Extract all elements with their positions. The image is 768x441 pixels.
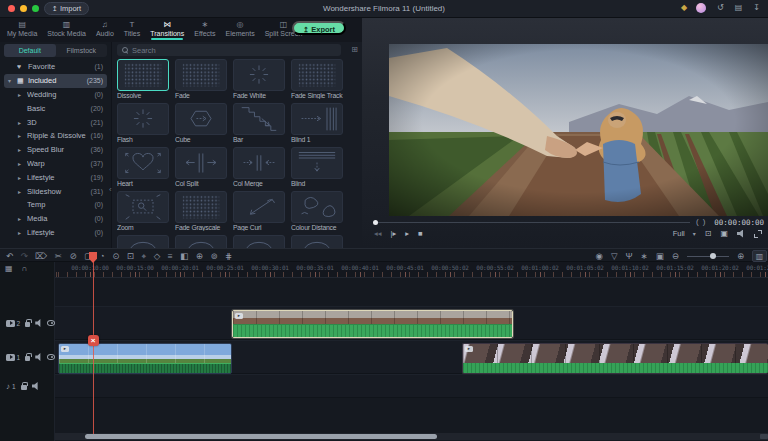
- transition-thumbnail[interactable]: [233, 191, 285, 223]
- transport-button[interactable]: |▸: [391, 229, 397, 238]
- sidebar-source-tab[interactable]: Filmstock: [56, 44, 108, 57]
- category-item[interactable]: ▸ Ripple & Dissolve (16): [4, 129, 107, 143]
- transition-tile[interactable]: [291, 235, 343, 248]
- category-item[interactable]: ▸ Speed Blur (36): [4, 143, 107, 157]
- search-input[interactable]: Search: [117, 44, 341, 56]
- toolbar-button[interactable]: ◧: [180, 251, 188, 261]
- toolbar-button[interactable]: ⌦: [35, 251, 47, 261]
- transition-thumbnail[interactable]: [175, 147, 227, 179]
- preview-volume-icon[interactable]: [737, 230, 745, 238]
- transition-thumbnail[interactable]: [291, 191, 343, 223]
- transition-tile[interactable]: Fade Single Track: [291, 59, 343, 103]
- overlay-clip-selected[interactable]: ▸: [232, 310, 513, 338]
- category-item[interactable]: Basic (20): [4, 101, 107, 115]
- toolbar-button[interactable]: ◇: [154, 251, 161, 261]
- horizontal-scrollbar-thumb[interactable]: [85, 434, 437, 439]
- titlebar-icon[interactable]: ◆: [681, 3, 687, 12]
- timeline-zoom-slider[interactable]: [687, 249, 729, 263]
- split-at-playhead-icon[interactable]: ×: [88, 335, 99, 346]
- transition-thumbnail[interactable]: [175, 191, 227, 223]
- toolbar-button[interactable]: ◉: [596, 251, 603, 261]
- category-item[interactable]: ▸ Slideshow (31): [4, 184, 107, 198]
- transition-tile[interactable]: [175, 235, 227, 248]
- toolbar-button[interactable]: ⋕: [225, 251, 232, 261]
- hide-track-icon[interactable]: [47, 354, 55, 360]
- transition-tile[interactable]: [233, 235, 285, 248]
- media-tab[interactable]: ∗ Effects: [189, 19, 220, 40]
- category-item[interactable]: ▸ Media (0): [4, 212, 107, 226]
- toolbar-button[interactable]: ↷: [21, 251, 28, 261]
- titlebar-icon[interactable]: ↺: [717, 3, 724, 12]
- media-tab[interactable]: ♫ Audio: [91, 19, 119, 40]
- transition-tile[interactable]: Blind: [291, 147, 343, 191]
- transition-thumbnail[interactable]: [233, 147, 285, 179]
- preview-video[interactable]: [389, 44, 768, 216]
- display-device-icon[interactable]: ⊡: [705, 229, 712, 238]
- toolbar-button[interactable]: ⊖: [672, 251, 679, 261]
- category-item[interactable]: ▸ Lifestyle (19): [4, 170, 107, 184]
- chevron-icon[interactable]: ▸: [18, 146, 27, 153]
- transition-thumbnail[interactable]: [175, 235, 227, 248]
- playhead[interactable]: ×: [89, 252, 98, 436]
- category-item[interactable]: Temp (0): [4, 198, 107, 212]
- mark-in-out[interactable]: (): [696, 217, 709, 226]
- chevron-icon[interactable]: ▸: [18, 132, 27, 139]
- transition-tile[interactable]: Flash: [117, 103, 169, 147]
- mute-track-icon[interactable]: [35, 319, 42, 327]
- toolbar-button[interactable]: ✂: [55, 251, 62, 261]
- hide-track-icon[interactable]: [47, 320, 55, 326]
- toolbar-button[interactable]: ∗: [641, 251, 648, 261]
- transition-thumbnail[interactable]: [291, 235, 343, 248]
- transition-tile[interactable]: Dissolve: [117, 59, 169, 103]
- transition-tile[interactable]: Fade Grayscale: [175, 191, 227, 235]
- chevron-icon[interactable]: ▸: [18, 188, 27, 195]
- main-clip-1[interactable]: ▸: [58, 343, 232, 374]
- timeline-corner-icon[interactable]: ∩: [22, 264, 28, 273]
- transition-tile[interactable]: Zoom: [117, 191, 169, 235]
- media-tab[interactable]: T Titles: [119, 19, 145, 40]
- transition-thumbnail[interactable]: [117, 59, 169, 91]
- mute-track-icon[interactable]: [35, 353, 42, 361]
- chevron-icon[interactable]: ▸: [18, 119, 27, 126]
- fit-timeline-button[interactable]: ▥: [752, 250, 767, 262]
- timeline-corner-icon[interactable]: ▦: [5, 264, 13, 273]
- transition-tile[interactable]: Page Curl: [233, 191, 285, 235]
- category-item[interactable]: ▾ ▦ Included (235): [4, 74, 107, 88]
- transition-thumbnail[interactable]: [233, 235, 285, 248]
- toolbar-button[interactable]: Ψ: [625, 251, 632, 261]
- audio-track-1-lane[interactable]: [0, 374, 768, 398]
- transition-tile[interactable]: Col Merge: [233, 147, 285, 191]
- category-item[interactable]: ▸ 3D (21): [4, 115, 107, 129]
- category-item[interactable]: ▸ Warp (37): [4, 157, 107, 171]
- toolbar-button[interactable]: ⊕: [196, 251, 203, 261]
- chevron-icon[interactable]: ▾: [8, 77, 17, 84]
- toolbar-button[interactable]: ◔: [100, 251, 105, 261]
- transition-thumbnail[interactable]: [117, 103, 169, 135]
- transition-thumbnail[interactable]: [291, 59, 343, 91]
- transition-tile[interactable]: Col Split: [175, 147, 227, 191]
- fullscreen-icon[interactable]: [754, 230, 762, 238]
- transition-thumbnail[interactable]: [175, 103, 227, 135]
- export-button[interactable]: ↥Export: [292, 21, 346, 35]
- collapse-sidebar-icon[interactable]: ‹: [109, 185, 112, 194]
- transition-tile[interactable]: Fade: [175, 59, 227, 103]
- transition-tile[interactable]: [117, 235, 169, 248]
- transition-tile[interactable]: Heart: [117, 147, 169, 191]
- toolbar-button[interactable]: ▣: [656, 251, 664, 261]
- zoom-in-icon[interactable]: ⊕: [737, 251, 744, 261]
- main-clip-2[interactable]: ▸: [462, 343, 768, 374]
- chevron-icon[interactable]: ▸: [18, 91, 27, 98]
- category-item[interactable]: ▸ Lifestyle (0): [4, 226, 107, 240]
- toolbar-button[interactable]: ⊙: [112, 251, 119, 261]
- transition-tile[interactable]: Bar: [233, 103, 285, 147]
- media-tab[interactable]: ▤ My Media: [2, 19, 42, 40]
- toolbar-button[interactable]: ⊡: [127, 251, 134, 261]
- transition-thumbnail[interactable]: [175, 59, 227, 91]
- lock-track-icon[interactable]: [25, 356, 30, 361]
- mute-track-icon[interactable]: [32, 382, 40, 390]
- user-avatar[interactable]: [696, 3, 706, 13]
- toolbar-button[interactable]: ▽: [611, 251, 618, 261]
- transition-tile[interactable]: Colour Distance: [291, 191, 343, 235]
- transport-button[interactable]: ■: [418, 229, 423, 238]
- transition-thumbnail[interactable]: [233, 59, 285, 91]
